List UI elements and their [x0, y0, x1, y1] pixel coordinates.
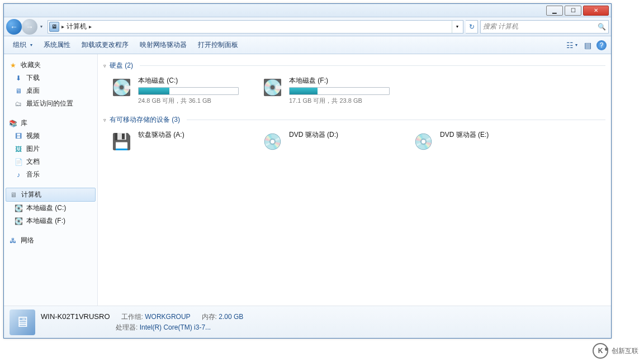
drive-free-text: 24.8 GB 可用，共 36.1 GB — [138, 97, 244, 105]
sidebar-item-label: 最近访问的位置 — [26, 99, 73, 108]
drive-icon: 💽 — [14, 204, 23, 213]
command-bar: 组织 系统属性 卸载或更改程序 映射网络驱动器 打开控制面板 ☷ ▤ ? — [4, 36, 611, 54]
breadcrumb-sep-icon: ▸ — [60, 23, 65, 30]
sidebar-item-documents[interactable]: 📄文档 — [4, 155, 97, 168]
category-title: 硬盘 (2) — [110, 61, 133, 70]
sidebar-item-recent[interactable]: 🗂最近访问的位置 — [4, 97, 97, 110]
sidebar-item-downloads[interactable]: ⬇下载 — [4, 72, 97, 84]
search-input[interactable]: 搜索 计算机 🔍 — [480, 20, 609, 34]
picture-icon: 🖼 — [14, 145, 23, 154]
drive-name: 本地磁盘 (F:) — [289, 76, 395, 85]
star-icon: ★ — [8, 61, 17, 70]
search-placeholder: 搜索 计算机 — [483, 22, 518, 31]
sidebar-item-label: 图片 — [26, 144, 40, 154]
cpu-label: 处理器: — [116, 323, 138, 331]
close-button[interactable]: ✕ — [583, 6, 609, 16]
dvd-icon: 💿 — [411, 130, 435, 153]
collapse-icon: ▿ — [103, 63, 106, 69]
desktop-icon: 🖥 — [14, 87, 23, 96]
minimize-button[interactable]: ▁ — [546, 6, 563, 16]
sidebar-item-music[interactable]: ♪音乐 — [4, 168, 97, 181]
dvd-icon: 💿 — [260, 130, 285, 153]
drive-item-f[interactable]: 💽 本地磁盘 (F:) 17.1 GB 可用，共 23.8 GB — [258, 74, 397, 107]
hdd-icon: 💽 — [260, 76, 285, 98]
open-control-panel-button[interactable]: 打开控制面板 — [193, 38, 243, 52]
sidebar-item-label: 文档 — [26, 157, 40, 166]
sidebar-item-drive-f[interactable]: 💽本地磁盘 (F:) — [4, 215, 97, 227]
cpu-value: Intel(R) Core(TM) i3-7... — [140, 323, 211, 331]
navigation-pane: ★收藏夹 ⬇下载 🖥桌面 🗂最近访问的位置 📚库 🎞视频 🖼图片 📄文档 ♪音乐… — [4, 54, 98, 306]
drive-free-text: 17.1 GB 可用，共 23.8 GB — [289, 97, 395, 105]
computer-icon: 🖥 — [49, 22, 59, 32]
sidebar-label: 网络 — [21, 236, 34, 245]
capacity-bar — [138, 87, 239, 95]
drive-name: 本地磁盘 (C:) — [138, 76, 244, 85]
library-icon: 📚 — [8, 119, 17, 128]
system-properties-button[interactable]: 系统属性 — [39, 38, 75, 52]
sidebar-label: 库 — [21, 118, 27, 128]
sidebar-item-videos[interactable]: 🎞视频 — [4, 130, 97, 142]
recent-icon: 🗂 — [14, 99, 23, 108]
nav-buttons: ← → ▾ — [6, 19, 45, 35]
address-bar[interactable]: 🖥 ▸ 计算机 ▸ ▾ — [48, 20, 463, 34]
memory-label: 内存: — [202, 313, 217, 321]
hdd-icon: 💽 — [109, 76, 134, 98]
watermark: K 创新互联 — [593, 343, 638, 359]
workgroup-value: WORKGROUP — [145, 313, 190, 321]
preview-pane-button[interactable]: ▤ — [581, 39, 594, 52]
sidebar-item-label: 桌面 — [26, 86, 40, 96]
drive-item-c[interactable]: 💽 本地磁盘 (C:) 24.8 GB 可用，共 36.1 GB — [107, 74, 247, 107]
document-icon: 📄 — [14, 158, 23, 166]
sidebar-favorites[interactable]: ★收藏夹 — [4, 59, 97, 72]
uninstall-programs-button[interactable]: 卸载或更改程序 — [77, 38, 133, 52]
content-area: ★收藏夹 ⬇下载 🖥桌面 🗂最近访问的位置 📚库 🎞视频 🖼图片 📄文档 ♪音乐… — [4, 54, 611, 306]
workgroup-label: 工作组: — [121, 313, 143, 321]
capacity-bar — [289, 87, 390, 95]
sidebar-computer[interactable]: 🖥计算机 — [6, 188, 96, 202]
sidebar-item-pictures[interactable]: 🖼图片 — [4, 142, 97, 155]
details-pane: 🖥 WIN-K02T1VRUSRO 工作组: WORKGROUP 内存: 2.0… — [4, 306, 611, 338]
view-options-button[interactable]: ☷ — [565, 39, 579, 52]
maximize-button[interactable]: ☐ — [565, 6, 581, 16]
map-network-drive-button[interactable]: 映射网络驱动器 — [135, 38, 191, 52]
download-icon: ⬇ — [14, 74, 23, 83]
computer-icon: 🖥 — [9, 190, 18, 199]
sidebar-item-drive-c[interactable]: 💽本地磁盘 (C:) — [4, 202, 97, 215]
sidebar-item-label: 本地磁盘 (F:) — [26, 216, 65, 226]
search-icon: 🔍 — [598, 23, 606, 31]
hdd-items: 💽 本地磁盘 (C:) 24.8 GB 可用，共 36.1 GB 💽 本地磁盘 … — [107, 74, 605, 107]
watermark-logo-icon: K — [593, 343, 608, 359]
drive-item-a[interactable]: 💾 软盘驱动器 (A:) — [107, 128, 247, 155]
floppy-icon: 💾 — [109, 130, 134, 153]
breadcrumb-item[interactable]: 计算机 — [67, 22, 87, 31]
address-history-dropdown[interactable]: ▾ — [452, 21, 462, 33]
organize-menu[interactable]: 组织 — [8, 38, 37, 52]
window-titlebar: ▁ ☐ ✕ — [4, 4, 611, 17]
nav-history-dropdown[interactable]: ▾ — [37, 24, 45, 29]
file-list: ▿ 硬盘 (2) 💽 本地磁盘 (C:) 24.8 GB 可用，共 36.1 G… — [98, 54, 611, 306]
forward-button[interactable]: → — [22, 19, 37, 35]
computer-name: WIN-K02T1VRUSRO — [41, 312, 110, 322]
sidebar-item-label: 下载 — [26, 73, 40, 83]
network-icon: 🖧 — [8, 236, 17, 245]
sidebar-network[interactable]: 🖧网络 — [4, 234, 97, 247]
collapse-icon: ▿ — [103, 117, 106, 123]
drive-item-d[interactable]: 💿 DVD 驱动器 (D:) — [258, 128, 397, 155]
drive-name: DVD 驱动器 (E:) — [440, 130, 546, 140]
sidebar-label: 计算机 — [21, 190, 41, 199]
removable-items: 💾 软盘驱动器 (A:) 💿 DVD 驱动器 (D:) 💿 DVD 驱动器 (E… — [107, 128, 605, 155]
sidebar-item-desktop[interactable]: 🖥桌面 — [4, 84, 97, 97]
sidebar-libraries[interactable]: 📚库 — [4, 117, 97, 130]
sidebar-item-label: 视频 — [26, 131, 40, 141]
computer-large-icon: 🖥 — [10, 309, 35, 335]
drive-item-e[interactable]: 💿 DVD 驱动器 (E:) — [409, 128, 548, 155]
category-header-hdd[interactable]: ▿ 硬盘 (2) — [103, 61, 605, 70]
back-button[interactable]: ← — [6, 19, 22, 35]
help-icon[interactable]: ? — [596, 40, 607, 50]
refresh-button[interactable]: ↻ — [466, 20, 478, 34]
drive-icon: 💽 — [14, 217, 23, 226]
sidebar-label: 收藏夹 — [21, 60, 41, 70]
category-header-removable[interactable]: ▿ 有可移动存储的设备 (3) — [103, 115, 605, 125]
sidebar-item-label: 音乐 — [26, 170, 40, 179]
category-title: 有可移动存储的设备 (3) — [110, 115, 180, 125]
